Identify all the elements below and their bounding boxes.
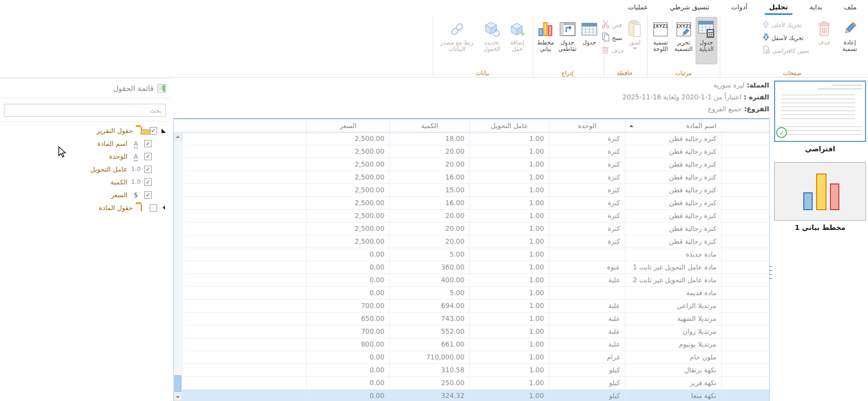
cell-factor: 1.00 <box>469 248 549 261</box>
cell-spacer <box>721 197 769 209</box>
copy-button[interactable]: نسخ <box>600 32 625 44</box>
rename-button[interactable]: إعادةتسمية <box>837 17 862 64</box>
ribbon-tab-3[interactable]: أدوات <box>727 0 752 15</box>
delete-page-button[interactable]: حذف <box>812 17 836 64</box>
ribbon-tab-5[interactable]: عمليات <box>623 0 653 15</box>
table-row[interactable]: مادة عامل التحويل غير ثابت 1عبوة1.00360.… <box>182 261 769 274</box>
cell-spacer <box>721 351 769 363</box>
cut-button[interactable]: قص <box>600 19 625 31</box>
cell-filler <box>182 312 306 325</box>
move-up-button[interactable]: تحريك لأعلى <box>761 19 811 31</box>
column-header-factor[interactable]: عامل التحويل <box>469 119 549 132</box>
table-row[interactable]: مرتديلا الراعيعلبة1.00694.00700.00 <box>182 300 769 312</box>
insert-chart-button[interactable]: مخططبياني <box>535 17 556 64</box>
field-list-header: قائمة الحقول <box>0 79 171 98</box>
expander-expanded-icon[interactable] <box>160 129 167 133</box>
table-row[interactable]: كنزة رجالية قطنكنزة1.0020.002,500.00 <box>182 145 769 158</box>
ribbon-tab-4[interactable]: تنسيق شرطي <box>665 0 714 15</box>
selected-check-icon: ✓ <box>776 127 787 138</box>
cell-factor: 1.00 <box>469 377 549 389</box>
table-row[interactable]: كنزة رجالية قطنكنزة1.0020.002,500.00 <box>182 235 769 248</box>
checkbox[interactable]: ✓ <box>144 178 152 186</box>
table-row[interactable]: مرتديلا زوانعلبة1.00552.00700.00 <box>182 325 769 338</box>
scrollbar-thumb[interactable] <box>174 375 181 392</box>
table-row[interactable]: كنزة رجالية قطنكنزة1.0016.002,500.00 <box>182 171 769 184</box>
page-thumbnail-default[interactable] <box>774 81 866 142</box>
board-caption-button[interactable]: [XYZ]تسميةاللوحة <box>650 17 671 64</box>
table-row[interactable]: نكهة فريزكيلو1.00250.000.00 <box>182 377 769 390</box>
column-header-price[interactable]: السعر <box>306 119 389 132</box>
checkbox[interactable]: ✓ <box>144 191 152 199</box>
edit-caption-button[interactable]: [XYZ]تحريرالتسمية <box>672 17 694 64</box>
insert-crosstab-button[interactable]: جدولتقاطعي <box>557 17 578 64</box>
cell-price: 700.00 <box>306 325 389 338</box>
delete-button[interactable]: حذف <box>600 45 625 57</box>
table-row[interactable]: كنزة رجالية قطنكنزة1.0020.002,500.00 <box>182 210 769 223</box>
tree-item-0[interactable]: ✓حقول التقرير <box>0 124 171 137</box>
column-header-name[interactable]: اسم المادة <box>625 119 721 132</box>
cell-qty: 324.32 <box>389 390 469 401</box>
field-list-title: قائمة الحقول <box>113 84 154 93</box>
checkbox[interactable]: ✓ <box>144 140 152 147</box>
button-label: حذف <box>612 47 624 54</box>
chevron-down-icon[interactable] <box>633 47 637 49</box>
sub-table-button[interactable]: جدولالذيلية <box>696 17 717 64</box>
ribbon-tab-2[interactable]: تحليل <box>765 0 792 15</box>
cell-price: 0.00 <box>306 351 389 363</box>
ribbon: إعادةتسميةحذفتحريك لأعلىتحريك لأسفلتعيين… <box>0 15 868 78</box>
tree-item-3[interactable]: ✓1.0عامل التحويل <box>0 163 171 176</box>
checkbox[interactable]: ✓ <box>144 153 152 160</box>
insert-table-button[interactable]: جدول <box>579 17 600 64</box>
cell-spacer <box>721 145 769 158</box>
table-row[interactable]: مادة قديمة1.005.000.00 <box>182 287 769 300</box>
scroll-down-button[interactable] <box>174 393 182 401</box>
tree-item-4[interactable]: ✓1.0الكمية <box>0 176 171 188</box>
add-field-button[interactable]: إضافةحقل <box>505 17 530 64</box>
tree-item-2[interactable]: ✓Aالوحدة <box>0 150 171 163</box>
set-default-button[interactable]: تعيين كافتراضي <box>761 45 811 57</box>
table-row[interactable]: نكهة برتقالكيلو1.00310.580.00 <box>182 364 769 377</box>
tree-item-5[interactable]: ✓$السعر <box>0 188 171 201</box>
vertical-scrollbar[interactable] <box>174 133 182 401</box>
tree-item-1[interactable]: ✓Aاسم المادة <box>0 137 171 150</box>
checkbox[interactable]: ✓ <box>144 166 152 173</box>
cell-name: كنزة رجالية قطن <box>625 158 721 171</box>
table-row[interactable]: كنزة رجالية قطنكنزة1.0020.002,500.00 <box>182 158 769 171</box>
table-row[interactable]: مرتديلا الشهيةعلبة1.00743.00650.00 <box>182 312 769 325</box>
ribbon-tab-1[interactable]: بداية <box>805 0 827 15</box>
paste-button[interactable]: لصق <box>626 17 643 64</box>
group-label: إدراج <box>533 70 602 77</box>
cell-name: مادة عامل التحويل غير ثابت 2 <box>625 274 721 286</box>
cell-qty: 16.00 <box>389 197 469 209</box>
ribbon-group-4: إضافةحقلتحديثالحقولربط مع مصدرالبياناتبي… <box>433 15 532 77</box>
ribbon-tab-0[interactable]: ملف <box>839 0 861 15</box>
checkbox[interactable] <box>150 204 157 212</box>
column-header-qty[interactable]: الكمية <box>389 119 469 132</box>
table-row[interactable]: كنزة رجالية قطنكنزة1.0016.002,500.00 <box>182 197 769 210</box>
button-label: إضافةحقل <box>510 40 524 52</box>
move-down-button[interactable]: تحريك لأسفل <box>761 32 811 44</box>
tree-item-6[interactable]: حقول المادة <box>0 201 171 214</box>
expander-collapsed-icon[interactable] <box>160 206 167 210</box>
bind-datasource-button[interactable]: ربط مع مصدرالبيانات <box>435 17 479 64</box>
table-row[interactable]: مرتديلا يونيومعلبة1.00661.00800.00 <box>182 338 769 351</box>
scroll-up-button[interactable] <box>174 133 182 140</box>
column-header-unit[interactable]: الوحدة <box>549 119 625 132</box>
search-input[interactable] <box>4 104 166 117</box>
table-row[interactable]: كنزة رجالية قطنكنزة1.0020.002,500.00 <box>182 223 769 235</box>
header-spacer <box>721 119 769 132</box>
table-row[interactable]: ملون خامغرام1.00710,000.000.00 <box>182 351 769 364</box>
page-thumbnail-chart[interactable] <box>774 162 866 221</box>
table-row[interactable]: كنزة رجالية قطنكنزة1.0015.002,500.00 <box>182 184 769 197</box>
cell-factor: 1.00 <box>469 274 549 286</box>
table-row[interactable]: نكهة منغاكيلو1.00324.320.00 <box>182 390 769 401</box>
app-window: ملفبدايةتحليلأدواتتنسيق شرطيعمليات إعادة… <box>0 0 868 401</box>
table-row[interactable]: مادة عامل التحويل غير ثابت 2علبة1.00400.… <box>182 274 769 287</box>
cell-factor: 1.00 <box>469 171 549 183</box>
cell-unit: عبوة <box>549 261 625 273</box>
refresh-fields-button[interactable]: تحديثالحقول <box>480 17 504 64</box>
table-row[interactable]: مادة جديدة1.005.000.00 <box>182 248 769 261</box>
panel-splitter[interactable] <box>770 266 772 281</box>
table-row[interactable]: كنزه رجاليه قطنكنزة1.0018.002,500.00 <box>182 133 769 145</box>
table-icon <box>581 19 598 40</box>
